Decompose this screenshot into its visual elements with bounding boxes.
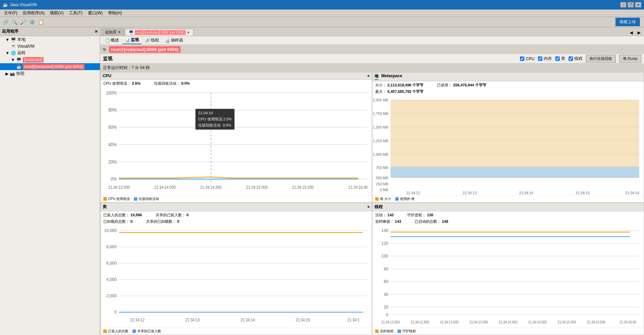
- metaspace-tab[interactable]: Metaspace: [381, 73, 402, 80]
- subtab-threads[interactable]: 🔗 线程: [142, 37, 162, 44]
- menu-bar: 文件(F) 应用程序(A) 视图(V) 工具(T) 窗口(W) 帮助(H): [0, 10, 644, 17]
- toolbar-btn-5[interactable]: 📋: [37, 18, 45, 26]
- app-icon: ☕: [3, 2, 8, 7]
- sidebar-item-process[interactable]: ☕ root@[redacted]:8089 (pid 6956): [0, 63, 100, 70]
- svg-text:80%: 80%: [108, 107, 117, 113]
- legend-gc-activity: 垃圾回收活动: [134, 197, 159, 201]
- svg-text:2,000: 2,000: [106, 293, 117, 299]
- charts-grid: CPU ✕ CPU 使用情况： 2.6% 垃圾回收活动： 0.0%: [100, 72, 644, 335]
- sidebar-item-visualvm[interactable]: ☕ VisualVM: [0, 43, 100, 49]
- svg-text:20: 20: [384, 304, 388, 310]
- legend-heap-size: 堆 大小: [375, 197, 391, 201]
- svg-text:4,000: 4,000: [106, 277, 117, 282]
- local-label: 本地: [17, 37, 25, 43]
- tab-start-close[interactable]: ✕: [118, 30, 121, 34]
- class-loaded-label: 已装入的总数： 10,996: [103, 213, 142, 218]
- svg-text:21:34:13.000: 21:34:13.000: [440, 320, 459, 324]
- heap-dump-button[interactable]: 堆 Dump: [619, 55, 641, 63]
- sidebar-title: 应用程序: [2, 29, 18, 34]
- threads-label: 线程: [151, 37, 159, 43]
- cpu-panel-title: CPU: [103, 73, 111, 78]
- checkbox-class[interactable]: 类: [555, 56, 565, 62]
- toolbar-btn-1[interactable]: 🔗: [1, 18, 10, 26]
- class-panel-close[interactable]: ✕: [367, 205, 370, 209]
- cpu-panel-close[interactable]: ✕: [367, 74, 370, 78]
- svg-text:1,000 MB: 1,000 MB: [373, 152, 388, 156]
- thread-panel: 线程 活动： 143 守护进程： 130 实时峰值： 143: [372, 203, 644, 335]
- heap-legend: 堆 大小 使用的 堆: [372, 195, 644, 202]
- process-label: root@[redacted]:8089 (pid 6956): [23, 64, 85, 69]
- heap-tab[interactable]: 堆: [375, 73, 379, 80]
- gc-button[interactable]: 执行垃圾回收: [586, 55, 616, 63]
- title-bar-left: ☕ Java VisualVM: [3, 2, 37, 7]
- subtab-sampler[interactable]: 🔬 抽样器: [162, 37, 186, 44]
- class-panel-header: 类 ✕: [101, 203, 372, 211]
- checkbox-cpu[interactable]: CPU: [520, 56, 534, 61]
- cpu-checkbox[interactable]: [520, 56, 524, 61]
- sub-tab-bar: 📋 概述 📊 监视 🔗 线程 🔬 抽样器: [100, 36, 644, 45]
- menu-file[interactable]: 文件(F): [1, 10, 20, 17]
- svg-text:21:34:14: 21:34:14: [241, 318, 255, 322]
- sidebar-item-snapshots[interactable]: ▶ 📷 快照: [0, 70, 100, 77]
- thread-legend: 实时线程 守护线程: [372, 328, 644, 335]
- toolbar-btn-2[interactable]: 🔍: [10, 18, 18, 26]
- snapshots-label: 快照: [16, 71, 24, 77]
- class-legend: 已装入的总数 共享的已装入数: [101, 328, 372, 335]
- thread-checkbox[interactable]: [569, 56, 573, 61]
- monitor-host-title: root@[redacted]:8089 (pid 6956): [109, 46, 180, 53]
- tab-nav-right[interactable]: ▶: [636, 30, 643, 36]
- cpu-stats: CPU 使用情况： 2.6% 垃圾回收活动： 0.0%: [101, 80, 372, 87]
- toolbar-btn-3[interactable]: 🔎: [19, 18, 27, 26]
- upload-button[interactable]: 插桩上传: [615, 18, 640, 26]
- sidebar-item-remote[interactable]: ▼ 🌐 远程: [0, 49, 100, 56]
- subtab-monitor[interactable]: 📊 监视: [122, 36, 142, 44]
- right-panel: 起始页 ✕ 🖥️ root@[redacted]:8089 (pid 6956)…: [100, 27, 644, 335]
- menu-window[interactable]: 窗口(W): [85, 10, 105, 17]
- checkbox-thread[interactable]: 线程: [569, 56, 582, 62]
- checkbox-memory[interactable]: 内存: [538, 56, 552, 62]
- svg-text:21:34:15.000: 21:34:15.000: [246, 185, 268, 189]
- class-checkbox[interactable]: [555, 56, 560, 61]
- svg-text:21:34:15: 21:34:15: [296, 318, 310, 322]
- svg-text:21:34:16.00: 21:34:16.00: [348, 185, 368, 189]
- sidebar-item-host[interactable]: ▼ 🖥️ [redacted]: [0, 56, 100, 63]
- svg-text:6,000: 6,000: [106, 261, 117, 266]
- app-title: Java VisualVM: [10, 2, 37, 7]
- legend-class-loaded: 已装入的总数: [103, 329, 128, 334]
- sidebar-item-local[interactable]: ▼ 🖥️ 本地: [0, 36, 100, 43]
- svg-text:21:34:15: 21:34:15: [576, 191, 590, 195]
- visualvm-label: VisualVM: [17, 44, 34, 49]
- sidebar-close-icon[interactable]: ✕: [94, 29, 98, 34]
- cpu-panel: CPU ✕ CPU 使用情况： 2.6% 垃圾回收活动： 0.0%: [100, 72, 372, 203]
- toolbar-btn-4[interactable]: ⚙️: [28, 18, 36, 26]
- title-bar-controls[interactable]: ─ ❐ ✕: [620, 2, 641, 7]
- legend-live-threads: 实时线程: [375, 329, 394, 334]
- tab-start[interactable]: 起始页 ✕: [102, 28, 124, 36]
- subtab-overview[interactable]: 📋 概述: [102, 37, 122, 44]
- svg-text:60: 60: [384, 279, 388, 284]
- menu-app[interactable]: 应用程序(A): [20, 10, 47, 17]
- memory-checkbox[interactable]: [538, 56, 542, 61]
- svg-rect-22: [390, 167, 639, 178]
- class-panel-title: 类: [103, 204, 107, 210]
- sampler-label: 抽样器: [171, 37, 183, 43]
- tab-process[interactable]: 🖥️ root@[redacted]:8089 (pid 6956) ✕: [125, 29, 193, 36]
- svg-text:0%: 0%: [111, 177, 117, 182]
- legend-live-dot: [375, 330, 379, 333]
- tab-process-close[interactable]: ✕: [187, 31, 190, 34]
- refresh-icon[interactable]: ↻: [103, 47, 106, 52]
- menu-view[interactable]: 视图(V): [47, 10, 66, 17]
- menu-help[interactable]: 帮助(H): [105, 10, 125, 17]
- local-icon: 🖥️: [11, 37, 16, 42]
- minimize-button[interactable]: ─: [620, 2, 626, 7]
- menu-tools[interactable]: 工具(T): [66, 10, 85, 17]
- restore-button[interactable]: ❐: [628, 2, 634, 7]
- heap-used-label: 已使用： 258,476,944 个字节: [437, 83, 486, 88]
- svg-text:21:34:12: 21:34:12: [406, 191, 420, 195]
- overview-label: 概述: [111, 37, 119, 43]
- uptime-bar: 正常运行时间：7 分 54 秒: [100, 64, 644, 72]
- close-button[interactable]: ✕: [635, 2, 641, 7]
- tab-nav-left[interactable]: ◀: [628, 30, 635, 36]
- class-chart-svg: 10,000 8,000 6,000 4,000 2,000 0 21:34:1…: [101, 225, 372, 328]
- svg-text:40: 40: [384, 291, 388, 297]
